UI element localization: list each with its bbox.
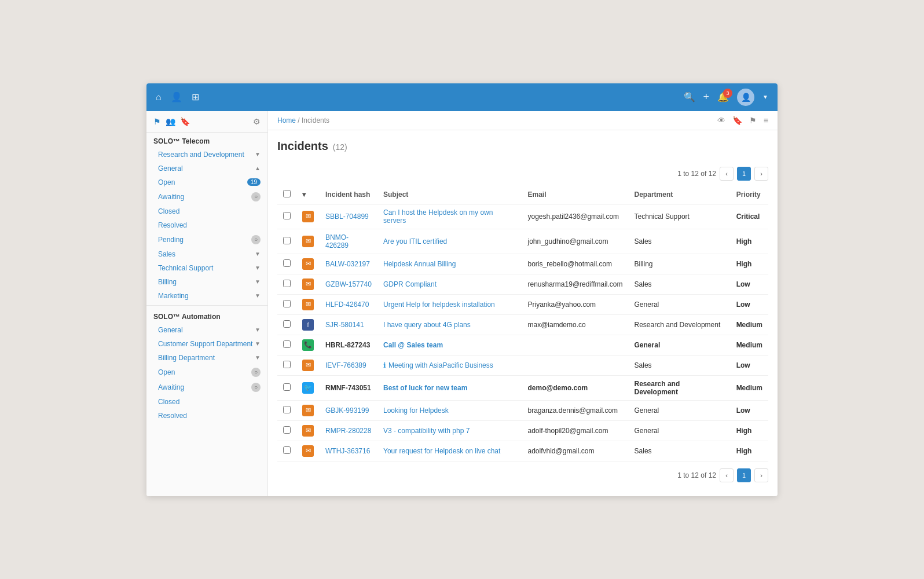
sidebar-item-billing-dept[interactable]: Billing Department ▼	[146, 351, 267, 365]
row-checkbox-4[interactable]	[283, 300, 291, 307]
th-incident-hash[interactable]: Incident hash	[320, 185, 377, 204]
sidebar-item-sales-1[interactable]: Sales ▼	[146, 247, 267, 261]
sidebar-item-billing-1[interactable]: Billing ▼	[146, 275, 267, 289]
row-checkbox-11[interactable]	[283, 446, 291, 454]
grid-icon[interactable]: ⊞	[192, 91, 199, 102]
row-subject[interactable]: Best of luck for new team	[377, 375, 522, 400]
row-subject[interactable]: Urgent Help for helpdesk installation	[377, 294, 522, 314]
row-subject[interactable]: Looking for Helpdesk	[377, 400, 522, 420]
sidebar-item-technical-support[interactable]: Technical Support ▼	[146, 261, 267, 275]
row-hash[interactable]: GBJK-993199	[320, 400, 377, 420]
row-checkbox-3[interactable]	[283, 280, 291, 287]
closed-1-label: Closed	[158, 207, 179, 215]
row-checkbox-9[interactable]	[283, 406, 291, 413]
row-hash[interactable]: BNMO-426289	[320, 229, 377, 254]
prev-page-btn[interactable]: ‹	[720, 167, 734, 181]
user-icon[interactable]: 👤	[171, 91, 182, 102]
sidebar-item-open-1[interactable]: Open 19	[146, 175, 267, 189]
sidebar-item-resolved-2[interactable]: Resolved	[146, 409, 267, 423]
filter-icon[interactable]: ⚑	[153, 117, 161, 126]
next-page-btn[interactable]: ›	[754, 167, 768, 181]
avatar[interactable]: 👤	[737, 89, 754, 106]
add-icon[interactable]: +	[703, 91, 710, 103]
bookmark-icon[interactable]: 🔖	[180, 117, 190, 126]
menu-icon[interactable]: ≡	[764, 116, 768, 125]
row-checkbox-5[interactable]	[283, 320, 291, 328]
row-checkbox-8[interactable]	[283, 383, 291, 391]
row-subject[interactable]: V3 - compatibility with php 7	[377, 420, 522, 441]
row-checkbox-10[interactable]	[283, 426, 291, 434]
subject-link-4[interactable]: Urgent Help for helpdesk installation	[383, 301, 495, 309]
subject-link-8[interactable]: Best of luck for new team	[383, 384, 467, 392]
row-email: boris_rebello@hotmail.com	[522, 254, 629, 274]
sidebar-item-general-2[interactable]: General ▼	[146, 323, 267, 337]
sidebar-item-customer-support[interactable]: Customer Support Department ▼	[146, 337, 267, 351]
filter-toolbar-icon[interactable]: ⚑	[749, 116, 757, 125]
settings-icon[interactable]: ⚙	[253, 117, 261, 126]
subject-link-10[interactable]: V3 - compatibility with php 7	[383, 427, 470, 435]
sidebar-section-solo-telecom[interactable]: SOLO™ Telecom	[146, 133, 267, 148]
breadcrumb-home[interactable]: Home	[277, 116, 296, 124]
th-department[interactable]: Department	[629, 185, 731, 204]
subject-link-0[interactable]: Can I host the Helpdesk on my own server…	[383, 208, 493, 225]
search-icon[interactable]: 🔍	[684, 91, 695, 102]
row-hash[interactable]: SJR-580141	[320, 314, 377, 335]
subject-link-6[interactable]: Call @ Sales team	[383, 341, 443, 349]
sidebar-item-awaiting-2[interactable]: Awaiting ○	[146, 380, 267, 395]
sidebar-item-closed-1[interactable]: Closed	[146, 204, 267, 218]
row-subject[interactable]: Helpdesk Annual Billing	[377, 254, 522, 274]
prev-page-btn-bottom[interactable]: ‹	[720, 468, 734, 482]
sidebar-item-r-and-d[interactable]: Research and Development ▼	[146, 148, 267, 162]
row-subject[interactable]: I have query about 4G plans	[377, 314, 522, 335]
group-icon[interactable]: 👥	[166, 117, 175, 126]
row-hash[interactable]: RMNF-743051	[320, 375, 377, 400]
current-page-btn-bottom[interactable]: 1	[737, 468, 751, 482]
row-hash[interactable]: SBBL-704899	[320, 204, 377, 229]
row-hash[interactable]: HBRL-827243	[320, 335, 377, 355]
sort-icon[interactable]: ▾	[302, 190, 306, 199]
row-hash[interactable]: BALW-032197	[320, 254, 377, 274]
sidebar-item-marketing-1[interactable]: Marketing ▼	[146, 289, 267, 303]
th-subject[interactable]: Subject	[377, 185, 522, 204]
subject-link-3[interactable]: GDPR Compliant	[383, 280, 437, 288]
subject-link-9[interactable]: Looking for Helpdesk	[383, 406, 449, 415]
row-subject[interactable]: Your request for Helpdesk on live chat	[377, 441, 522, 461]
bookmark-toolbar-icon[interactable]: 🔖	[732, 116, 742, 125]
home-icon[interactable]: ⌂	[156, 92, 162, 102]
notifications[interactable]: 🔔 3	[717, 91, 729, 102]
th-email[interactable]: Email	[522, 185, 629, 204]
subject-link-11[interactable]: Your request for Helpdesk on live chat	[383, 447, 500, 455]
current-page-btn[interactable]: 1	[737, 167, 751, 181]
sidebar-item-open-2[interactable]: Open ○	[146, 365, 267, 380]
subject-link-7[interactable]: Meeting with AsiaPacific Business	[388, 361, 493, 369]
row-checkbox-2[interactable]	[283, 259, 291, 267]
subject-link-5[interactable]: I have query about 4G plans	[383, 321, 471, 329]
row-subject[interactable]: GDPR Compliant	[377, 274, 522, 294]
row-hash[interactable]: GZBW-157740	[320, 274, 377, 294]
sidebar-item-closed-2[interactable]: Closed	[146, 395, 267, 409]
row-hash[interactable]: IEVF-766389	[320, 355, 377, 375]
eye-icon[interactable]: 👁	[717, 116, 725, 125]
user-chevron-icon[interactable]: ▼	[762, 94, 768, 100]
sidebar-section-solo-automation[interactable]: SOLO™ Automation	[146, 308, 267, 323]
th-priority[interactable]: Priority	[731, 185, 768, 204]
row-hash[interactable]: HLFD-426470	[320, 294, 377, 314]
subject-link-1[interactable]: Are you ITIL certified	[383, 237, 447, 245]
row-hash[interactable]: RMPR-280228	[320, 420, 377, 441]
row-checkbox-1[interactable]	[283, 237, 291, 244]
sidebar-item-awaiting-1[interactable]: Awaiting ○	[146, 189, 267, 204]
subject-link-2[interactable]: Helpdesk Annual Billing	[383, 260, 456, 268]
row-checkbox-6[interactable]	[283, 340, 291, 348]
sidebar-item-general-1[interactable]: General ▲	[146, 162, 267, 175]
row-subject[interactable]: Call @ Sales team	[377, 335, 522, 355]
row-hash[interactable]: WTHJ-363716	[320, 441, 377, 461]
sidebar-item-pending-1[interactable]: Pending ○	[146, 232, 267, 247]
select-all-checkbox[interactable]	[283, 190, 291, 197]
row-subject[interactable]: ℹMeeting with AsiaPacific Business	[377, 355, 522, 375]
row-checkbox-7[interactable]	[283, 361, 291, 368]
row-checkbox-0[interactable]	[283, 212, 291, 219]
sidebar-item-resolved-1[interactable]: Resolved	[146, 218, 267, 232]
row-subject[interactable]: Can I host the Helpdesk on my own server…	[377, 204, 522, 229]
next-page-btn-bottom[interactable]: ›	[754, 468, 768, 482]
row-subject[interactable]: Are you ITIL certified	[377, 229, 522, 254]
